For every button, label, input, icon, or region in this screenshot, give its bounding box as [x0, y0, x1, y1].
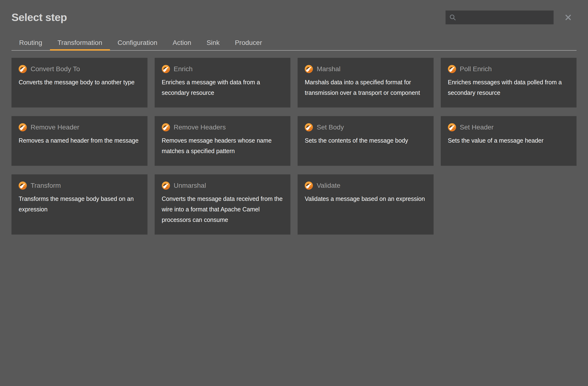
card-head: Poll Enrich [448, 65, 570, 73]
step-title: Poll Enrich [460, 65, 492, 73]
apache-camel-icon [162, 65, 170, 73]
tab-routing[interactable]: Routing [11, 35, 50, 51]
step-description: Converts the message body to another typ… [19, 77, 140, 87]
step-title: Transform [31, 182, 61, 189]
apache-camel-icon [19, 182, 27, 190]
apache-camel-icon [305, 65, 313, 73]
step-card-unmarshal[interactable]: Unmarshal Converts the message data rece… [155, 174, 291, 235]
apache-camel-icon [448, 65, 456, 73]
header-controls [445, 11, 577, 24]
apache-camel-icon [305, 182, 313, 190]
step-card-set-body[interactable]: Set Body Sets the contents of the messag… [298, 116, 434, 166]
card-head: Validate [305, 182, 426, 190]
step-card-transform[interactable]: Transform Transforms the message body ba… [11, 174, 147, 235]
search-input[interactable] [445, 11, 554, 24]
step-description: Converts the message data received from … [162, 193, 283, 225]
dialog-header: Select step [0, 0, 588, 24]
tab-action[interactable]: Action [165, 35, 199, 51]
step-description: Enriches a message with data from a seco… [162, 77, 283, 98]
step-title: Enrich [174, 65, 193, 73]
search-box [445, 11, 554, 24]
step-description: Sets the contents of the message body [305, 135, 426, 146]
close-button[interactable] [560, 11, 577, 24]
card-head: Set Header [448, 123, 570, 131]
step-card-marshal[interactable]: Marshal Marshals data into a specified f… [298, 58, 434, 107]
step-card-enrich[interactable]: Enrich Enriches a message with data from… [155, 58, 291, 107]
step-title: Set Header [460, 123, 494, 131]
close-icon [565, 14, 572, 21]
step-card-remove-header[interactable]: Remove Header Removes a named header fro… [11, 116, 147, 166]
step-card-validate[interactable]: Validate Validates a message based on an… [298, 174, 434, 235]
steps-grid: Convert Body To Converts the message bod… [11, 58, 577, 235]
step-description: Removes a named header from the message [19, 135, 140, 146]
step-title: Unmarshal [174, 182, 206, 189]
step-description: Removes message headers whose name match… [162, 135, 283, 156]
apache-camel-icon [19, 65, 27, 73]
step-description: Sets the value of a message header [448, 135, 570, 146]
card-head: Transform [19, 182, 140, 190]
card-head: Convert Body To [19, 65, 140, 73]
step-title: Validate [317, 182, 340, 189]
tab-bar: Routing Transformation Configuration Act… [11, 35, 577, 51]
tab-transformation[interactable]: Transformation [50, 35, 110, 51]
step-title: Remove Header [31, 123, 79, 131]
step-title: Convert Body To [31, 65, 80, 73]
page-title: Select step [11, 11, 67, 24]
card-head: Unmarshal [162, 182, 283, 190]
card-head: Marshal [305, 65, 426, 73]
step-title: Set Body [317, 123, 344, 131]
apache-camel-icon [162, 182, 170, 190]
apache-camel-icon [448, 123, 456, 131]
step-card-remove-headers[interactable]: Remove Headers Removes message headers w… [155, 116, 291, 166]
card-head: Set Body [305, 123, 426, 131]
step-description: Enriches messages with data polled from … [448, 77, 570, 98]
step-card-set-header[interactable]: Set Header Sets the value of a message h… [441, 116, 577, 166]
step-description: Transforms the message body based on an … [19, 193, 140, 215]
card-head: Remove Headers [162, 123, 283, 131]
apache-camel-icon [19, 123, 27, 131]
card-head: Remove Header [19, 123, 140, 131]
step-title: Marshal [317, 65, 341, 73]
step-title: Remove Headers [174, 123, 226, 131]
step-description: Marshals data into a specified format fo… [305, 77, 426, 98]
tab-sink[interactable]: Sink [199, 35, 227, 51]
select-step-dialog: Select step Routing Transformation Confi… [0, 0, 588, 386]
apache-camel-icon [305, 123, 313, 131]
step-card-convert-body-to[interactable]: Convert Body To Converts the message bod… [11, 58, 147, 107]
tab-configuration[interactable]: Configuration [110, 35, 165, 51]
apache-camel-icon [162, 123, 170, 131]
step-card-poll-enrich[interactable]: Poll Enrich Enriches messages with data … [441, 58, 577, 107]
card-head: Enrich [162, 65, 283, 73]
tab-producer[interactable]: Producer [227, 35, 270, 51]
step-description: Validates a message based on an expressi… [305, 193, 426, 204]
